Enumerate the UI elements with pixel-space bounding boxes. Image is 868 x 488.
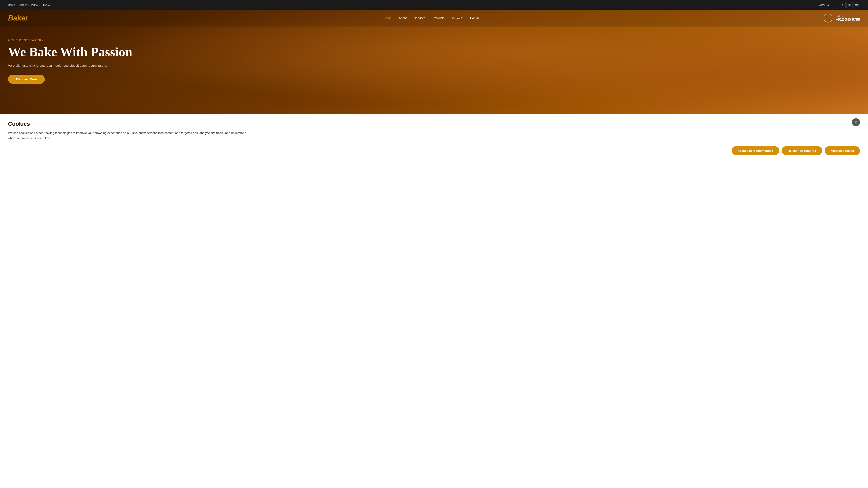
- nav-pages[interactable]: Pages ▾: [452, 16, 463, 20]
- cookie-close-button[interactable]: ×: [852, 118, 860, 126]
- main-nav: Baker Home About Services Products Pages…: [0, 10, 868, 27]
- nav-contact[interactable]: Contact: [470, 16, 480, 20]
- phone-icon: 📞: [824, 14, 832, 23]
- hero-title: We Bake With Passion: [8, 45, 860, 59]
- hero-subtitle: Vero elitr justo clita lorem. Ipsum dolo…: [8, 63, 121, 68]
- follow-us-label: Follow us:: [817, 3, 830, 6]
- top-bar-social: Follow us: f 𝕏 in 📷: [817, 2, 860, 8]
- manage-cookies-button[interactable]: Manage cookies: [825, 146, 860, 155]
- chevron-down-icon: ▾: [461, 16, 463, 20]
- topbar-link-home[interactable]: Home: [8, 3, 15, 6]
- close-icon: ×: [855, 120, 857, 125]
- nav-services[interactable]: Services: [414, 16, 426, 20]
- cookie-banner: × Cookies We use cookies and other track…: [0, 114, 868, 161]
- topbar-link-terms[interactable]: Terms: [31, 3, 38, 6]
- linkedin-icon[interactable]: in: [846, 2, 853, 8]
- nav-home[interactable]: Home: [383, 16, 392, 20]
- nav-products[interactable]: Products: [433, 16, 444, 20]
- top-bar: Home / Career / Terms / Privacy Follow u…: [0, 0, 868, 10]
- reject-non-required-button[interactable]: Reject non-required: [782, 146, 822, 155]
- top-bar-links: Home / Career / Terms / Privacy: [8, 3, 51, 6]
- twitter-icon[interactable]: 𝕏: [839, 2, 845, 8]
- nav-phone-block: Call Us: +012 345 6789: [836, 15, 860, 22]
- accept-all-button[interactable]: Accept all recommended: [732, 146, 779, 155]
- cookie-body: We use cookies and other tracking techno…: [8, 130, 249, 140]
- facebook-icon[interactable]: f: [832, 2, 838, 8]
- nav-right: 📞 Call Us: +012 345 6789: [824, 14, 860, 23]
- hero-tag: # The Best Bakery: [8, 38, 860, 42]
- hero-section: Baker Home About Services Products Pages…: [0, 10, 868, 114]
- hero-cta-button[interactable]: Discover More: [8, 75, 45, 84]
- cookie-actions: Accept all recommended Reject non-requir…: [8, 146, 860, 155]
- phone-number[interactable]: +012 345 6789: [836, 18, 860, 22]
- instagram-icon[interactable]: 📷: [854, 2, 860, 8]
- topbar-link-career[interactable]: Career: [19, 3, 27, 6]
- call-us-label: Call Us:: [836, 15, 860, 18]
- site-logo[interactable]: Baker: [8, 14, 28, 22]
- cookie-title: Cookies: [8, 121, 860, 127]
- nav-about[interactable]: About: [399, 16, 407, 20]
- hero-content: # The Best Bakery We Bake With Passion V…: [0, 27, 868, 114]
- nav-links: Home About Services Products Pages ▾ Con…: [40, 16, 824, 20]
- topbar-link-privacy[interactable]: Privacy: [41, 3, 50, 6]
